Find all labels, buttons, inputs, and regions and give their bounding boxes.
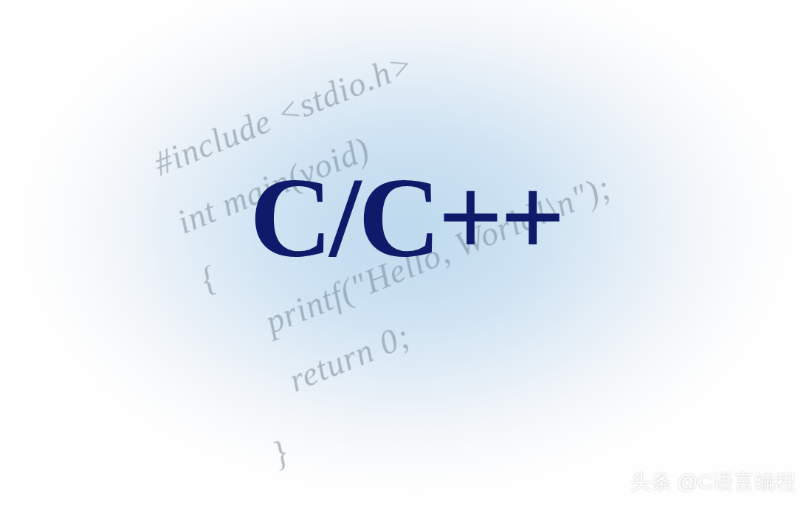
watermark-text: 头条 @C语言编程	[630, 468, 796, 496]
image-canvas: #include <stdio.h> int main(void) { prin…	[0, 0, 812, 505]
main-title: C/C++	[250, 151, 562, 284]
